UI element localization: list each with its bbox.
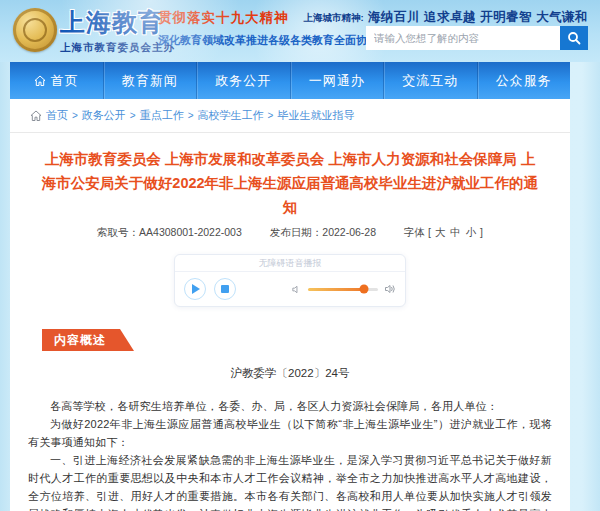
article: 上海市教育委员会 上海市发展和改革委员会 上海市人力资源和社会保障局 上海市公安… — [10, 147, 570, 511]
nav-item-news[interactable]: 教育新闻 — [103, 62, 197, 99]
article-meta: 索取号：AA4308001-2022-003 发布日期：2022-06-28 字… — [28, 226, 552, 240]
meta-date-value: 2022-06-28 — [322, 226, 376, 238]
nav-item-home[interactable]: 首页 — [10, 62, 103, 99]
paragraph-salutation: 各高等学校，各研究生培养单位，各委、办、局，各区人力资源社会保障局，各用人单位： — [28, 397, 552, 415]
nav-item-label: 教育新闻 — [122, 72, 178, 90]
font-bracket-open: [ — [428, 226, 431, 238]
breadcrumb-separator: > — [188, 110, 194, 121]
audio-player-controls — [175, 272, 405, 306]
stop-button[interactable] — [214, 278, 236, 300]
nav-item-label: 首页 — [51, 72, 79, 90]
site-header: 上海教育 上海市教育委员会主办 贯彻落实十九大精神 深化教育领域改革推进各级各类… — [0, 0, 600, 62]
nav-item-label: 公众服务 — [496, 72, 552, 90]
document-number: 沪教委学〔2022〕24号 — [28, 364, 552, 382]
font-size-label: 字体 — [404, 226, 425, 238]
emblem-ring-icon — [23, 18, 47, 42]
volume-control — [291, 283, 396, 295]
slogan-line-2: 深化教育领域改革推进各级各类教育全面协调发展 — [158, 33, 363, 48]
city-spirit-line: 上海城市精神: 海纳百川 追求卓越 开明睿智 大气谦和 — [303, 7, 588, 26]
content-summary-tab: 内容概述 — [42, 329, 134, 351]
font-bracket-close: ] — [480, 226, 483, 238]
audio-player-caption: 无障碍语音播报 — [175, 255, 405, 272]
paragraph-intro: 为做好2022年非上海生源应届普通高校毕业生（以下简称“非上海生源毕业生”）进沪… — [28, 415, 552, 451]
search-icon — [567, 31, 581, 45]
site-logo-emblem — [13, 8, 57, 52]
play-button[interactable] — [184, 278, 206, 300]
site-subtitle: 上海市教育委员会主办 — [60, 41, 210, 55]
breadcrumb: 首页 > 政务公开 > 重点工作 > 高校学生工作 > 毕业生就业指导 — [10, 99, 570, 133]
volume-low-icon — [291, 284, 302, 295]
font-size-small-button[interactable]: 小 — [466, 226, 477, 238]
play-icon — [192, 284, 200, 294]
breadcrumb-separator: > — [130, 110, 136, 121]
city-spirit-label: 上海城市精神: — [303, 12, 363, 23]
city-spirit-text: 海纳百川 追求卓越 开明睿智 大气谦和 — [368, 10, 588, 24]
breadcrumb-separator: > — [72, 110, 78, 121]
volume-slider[interactable] — [308, 288, 378, 291]
home-icon — [34, 75, 46, 87]
meta-publish-date: 发布日期：2022-06-28 — [270, 226, 376, 240]
breadcrumb-item-key-work[interactable]: 重点工作 — [140, 108, 184, 123]
search-button[interactable] — [560, 26, 588, 50]
main-nav: 首页 教育新闻 政务公开 一网通办 交流互动 公众服务 — [10, 62, 570, 99]
nav-item-label: 一网通办 — [309, 72, 365, 90]
nav-item-label: 交流互动 — [402, 72, 458, 90]
document-body: 各高等学校，各研究生培养单位，各委、办、局，各区人力资源社会保障局，各用人单位：… — [28, 397, 552, 511]
breadcrumb-item-employment-guidance[interactable]: 毕业生就业指导 — [277, 108, 354, 123]
search-bar — [366, 26, 588, 50]
breadcrumb-item-student-work[interactable]: 高校学生工作 — [198, 108, 264, 123]
nav-item-label: 政务公开 — [215, 72, 271, 90]
search-input[interactable] — [366, 26, 560, 50]
breadcrumb-item-gov-affairs[interactable]: 政务公开 — [82, 108, 126, 123]
font-size-large-button[interactable]: 大 — [435, 226, 446, 238]
stop-icon — [221, 285, 229, 293]
site-name: 上海教育 — [60, 6, 210, 39]
nav-item-gov-affairs[interactable]: 政务公开 — [196, 62, 290, 99]
meta-index-label: 索取号： — [97, 226, 139, 238]
article-title: 上海市教育委员会 上海市发展和改革委员会 上海市人力资源和社会保障局 上海市公安… — [40, 147, 540, 219]
breadcrumb-item-home[interactable]: 首页 — [46, 108, 68, 123]
meta-font-size-control: 字体 [ 大 中 小 ] — [404, 226, 483, 240]
nav-item-one-stop[interactable]: 一网通办 — [290, 62, 384, 99]
breadcrumb-home-icon — [30, 110, 42, 122]
breadcrumb-separator: > — [268, 110, 274, 121]
meta-index-value: AA4308001-2022-003 — [139, 226, 242, 238]
audio-player: 无障碍语音播报 — [174, 254, 406, 307]
nav-item-public-service[interactable]: 公众服务 — [477, 62, 571, 99]
volume-high-icon — [384, 283, 396, 295]
nav-item-interaction[interactable]: 交流互动 — [383, 62, 477, 99]
volume-slider-knob[interactable] — [360, 285, 369, 294]
brand-block: 上海教育 上海市教育委员会主办 — [60, 6, 210, 55]
font-size-medium-button[interactable]: 中 — [450, 226, 461, 238]
meta-index-number: 索取号：AA4308001-2022-003 — [97, 226, 242, 240]
content-column: 首页 教育新闻 政务公开 一网通办 交流互动 公众服务 首页 > 政务公开 > … — [10, 62, 570, 511]
meta-date-label: 发布日期： — [270, 226, 323, 238]
paragraph-section-1: 一、引进上海经济社会发展紧缺急需的非上海生源毕业生，是深入学习贯彻习近平总书记关… — [28, 451, 552, 511]
